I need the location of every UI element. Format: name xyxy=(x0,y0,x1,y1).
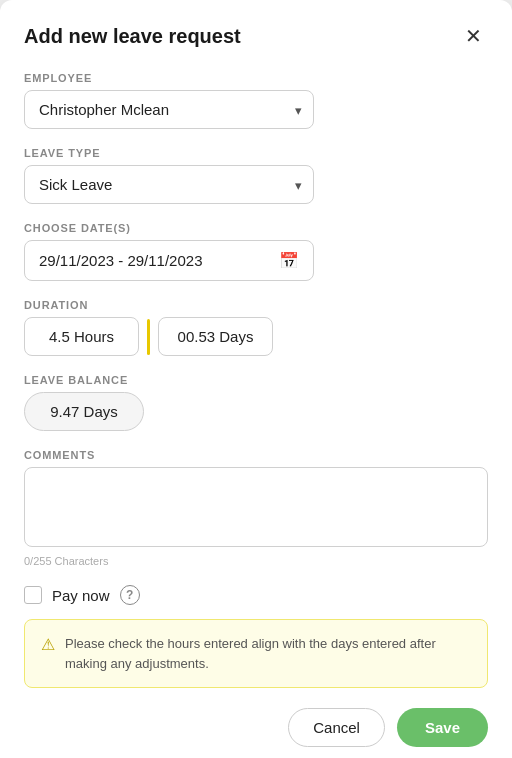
leave-type-field-group: LEAVE TYPE Sick Leave ▾ xyxy=(24,147,488,204)
pay-now-row: Pay now ? xyxy=(24,585,488,605)
employee-label: EMPLOYEE xyxy=(24,72,488,84)
employee-select-wrapper: Christopher Mclean ▾ xyxy=(24,90,314,129)
modal-title: Add new leave request xyxy=(24,25,241,48)
date-value: 29/11/2023 - 29/11/2023 xyxy=(39,252,279,269)
leave-balance-label: LEAVE BALANCE xyxy=(24,374,488,386)
char-count: 0/255 Characters xyxy=(24,555,488,567)
duration-hours: 4.5 Hours xyxy=(24,317,139,356)
date-label: CHOOSE DATE(S) xyxy=(24,222,488,234)
duration-field-group: DURATION 4.5 Hours 00.53 Days xyxy=(24,299,488,356)
date-picker[interactable]: 29/11/2023 - 29/11/2023 📅 xyxy=(24,240,314,281)
leave-type-label: LEAVE TYPE xyxy=(24,147,488,159)
date-field-group: CHOOSE DATE(S) 29/11/2023 - 29/11/2023 📅 xyxy=(24,222,488,281)
pay-now-label: Pay now xyxy=(52,587,110,604)
add-leave-modal: Add new leave request ✕ EMPLOYEE Christo… xyxy=(0,0,512,758)
warning-text: Please check the hours entered align wit… xyxy=(65,634,471,673)
save-button[interactable]: Save xyxy=(397,708,488,747)
pay-now-checkbox[interactable] xyxy=(24,586,42,604)
warning-triangle-icon: ⚠ xyxy=(41,635,55,654)
comments-field-group: COMMENTS 0/255 Characters xyxy=(24,449,488,567)
duration-label: DURATION xyxy=(24,299,488,311)
modal-header: Add new leave request ✕ xyxy=(24,24,488,48)
footer-row: Cancel Save xyxy=(24,708,488,747)
warning-box: ⚠ Please check the hours entered align w… xyxy=(24,619,488,688)
duration-row: 4.5 Hours 00.53 Days xyxy=(24,317,488,356)
calendar-icon: 📅 xyxy=(279,251,299,270)
employee-field-group: EMPLOYEE Christopher Mclean ▾ xyxy=(24,72,488,129)
duration-days: 00.53 Days xyxy=(158,317,273,356)
close-button[interactable]: ✕ xyxy=(459,24,488,48)
leave-type-select[interactable]: Sick Leave xyxy=(24,165,314,204)
employee-select[interactable]: Christopher Mclean xyxy=(24,90,314,129)
comments-textarea[interactable] xyxy=(24,467,488,547)
comments-label: COMMENTS xyxy=(24,449,488,461)
leave-type-select-wrapper: Sick Leave ▾ xyxy=(24,165,314,204)
duration-divider xyxy=(147,319,150,355)
pay-now-help-icon[interactable]: ? xyxy=(120,585,140,605)
cancel-button[interactable]: Cancel xyxy=(288,708,385,747)
leave-balance-field-group: LEAVE BALANCE 9.47 Days xyxy=(24,374,488,431)
leave-balance-value: 9.47 Days xyxy=(24,392,144,431)
